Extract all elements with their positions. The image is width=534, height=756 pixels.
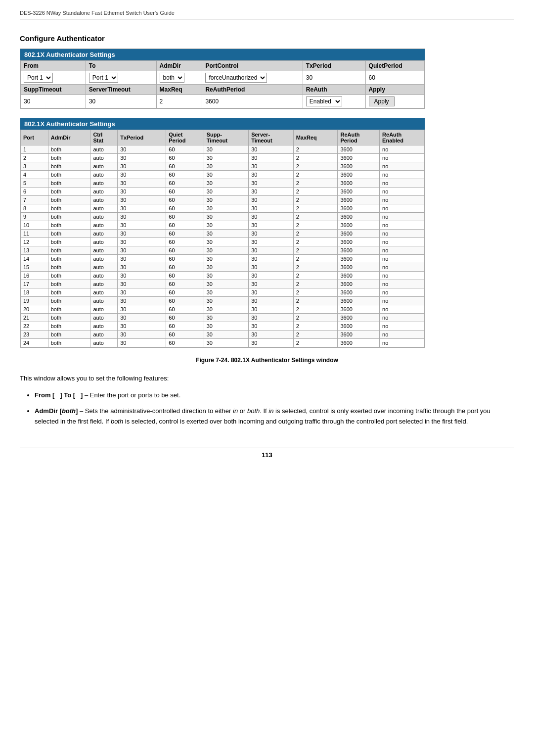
bullet-admdir-label: AdmDir [both] xyxy=(35,407,78,415)
to-cell[interactable]: Port 1 xyxy=(86,71,156,85)
table-cell: 30 xyxy=(249,221,293,230)
panel1-header: 802.1X Authenticator Settings xyxy=(20,49,425,60)
table-cell: 30 xyxy=(118,288,166,297)
table-cell: 2 xyxy=(293,221,338,230)
table-cell: 21 xyxy=(21,314,48,322)
table-cell: 3600 xyxy=(338,145,380,154)
table-row: 10bothauto3060303023600no xyxy=(21,221,425,230)
portcontrol-cell[interactable]: forceUnauthorized auto forceAuthorized xyxy=(202,71,303,85)
reauth-cell[interactable]: Enabled Disabled xyxy=(303,95,365,108)
panel2-header: 802.1X Authenticator Settings xyxy=(20,118,425,130)
col-from: From xyxy=(21,61,86,71)
table-cell: 24 xyxy=(21,339,48,347)
table-cell: no xyxy=(380,230,425,238)
table-cell: 2 xyxy=(293,272,338,280)
th-server: Server-Timeout xyxy=(249,130,293,145)
table-cell: 60 xyxy=(166,263,204,272)
table-cell: 30 xyxy=(249,331,293,339)
table-cell: auto xyxy=(90,272,118,280)
table-cell: 3600 xyxy=(338,221,380,230)
table-cell: 30 xyxy=(249,297,293,305)
admdir-select[interactable]: both in xyxy=(160,73,184,83)
table-cell: 30 xyxy=(118,305,166,314)
col-supptimeout: SuppTimeout xyxy=(21,85,86,95)
from-cell[interactable]: Port 1 xyxy=(21,71,86,85)
table-row: 20bothauto3060303023600no xyxy=(21,305,425,314)
table-cell: 3600 xyxy=(338,297,380,305)
table-cell: auto xyxy=(90,297,118,305)
page-header: DES-3226 NWay Standalone Fast Ethernet S… xyxy=(20,10,514,19)
table-cell: 2 xyxy=(293,246,338,255)
table-cell: 30 xyxy=(249,204,293,213)
table-cell: 22 xyxy=(21,322,48,331)
reauthperiod-val: 3600 xyxy=(202,95,303,108)
table-cell: 3600 xyxy=(338,204,380,213)
table-cell: 30 xyxy=(204,314,248,322)
table-cell: both xyxy=(48,213,90,221)
table-cell: 3600 xyxy=(338,314,380,322)
table-row: 21bothauto3060303023600no xyxy=(21,314,425,322)
table-cell: both xyxy=(48,188,90,196)
table-cell: 2 xyxy=(293,196,338,204)
to-select[interactable]: Port 1 xyxy=(89,73,118,83)
table-cell: 30 xyxy=(249,162,293,171)
table-cell: auto xyxy=(90,238,118,246)
table-cell: 3600 xyxy=(338,305,380,314)
table-cell: 2 xyxy=(293,204,338,213)
table-cell: both xyxy=(48,162,90,171)
table-cell: 17 xyxy=(21,280,48,288)
from-select[interactable]: Port 1 xyxy=(24,73,53,83)
description-text: This window allows you to set the follow… xyxy=(20,374,514,383)
table-cell: 30 xyxy=(118,280,166,288)
table-row: 23bothauto3060303023600no xyxy=(21,331,425,339)
col-servertimeout: ServerTimeout xyxy=(86,85,156,95)
table-cell: 3600 xyxy=(338,162,380,171)
table-cell: 6 xyxy=(21,188,48,196)
apply-cell[interactable]: Apply xyxy=(365,95,424,108)
table-cell: 30 xyxy=(204,196,248,204)
portcontrol-select[interactable]: forceUnauthorized auto forceAuthorized xyxy=(205,73,267,83)
table-row: 24bothauto3060303023600no xyxy=(21,339,425,347)
bullet-from-to-text: – Enter the port or ports to be set. xyxy=(85,391,180,399)
table-cell: no xyxy=(380,221,425,230)
table-row: 7bothauto3060303023600no xyxy=(21,196,425,204)
table-cell: auto xyxy=(90,288,118,297)
table-cell: 3600 xyxy=(338,154,380,162)
table-cell: 4 xyxy=(21,171,48,179)
table-cell: auto xyxy=(90,204,118,213)
table-cell: 30 xyxy=(204,305,248,314)
apply-button[interactable]: Apply xyxy=(369,96,395,106)
table-row: 17bothauto3060303023600no xyxy=(21,280,425,288)
table-cell: 30 xyxy=(249,238,293,246)
table-cell: 60 xyxy=(166,322,204,331)
table-cell: 3 xyxy=(21,162,48,171)
table-cell: 30 xyxy=(204,162,248,171)
table-cell: 30 xyxy=(118,213,166,221)
admdir-cell[interactable]: both in xyxy=(156,71,202,85)
table-cell: 30 xyxy=(204,255,248,263)
table-cell: 2 xyxy=(293,188,338,196)
table-cell: no xyxy=(380,288,425,297)
table-cell: 30 xyxy=(118,145,166,154)
table-cell: 60 xyxy=(166,213,204,221)
panel1-body: From To AdmDir PortControl TxPeriod Quie… xyxy=(20,60,425,108)
table-cell: 30 xyxy=(249,339,293,347)
quietperiod-cell: 60 xyxy=(365,71,424,85)
table-cell: 30 xyxy=(249,263,293,272)
table-row: 9bothauto3060303023600no xyxy=(21,213,425,221)
table-cell: 16 xyxy=(21,272,48,280)
table-cell: 10 xyxy=(21,221,48,230)
panel2: 802.1X Authenticator Settings Port AdmDi… xyxy=(20,118,425,348)
table-cell: 30 xyxy=(204,238,248,246)
table-cell: 60 xyxy=(166,339,204,347)
table-cell: both xyxy=(48,280,90,288)
table-cell: 30 xyxy=(249,314,293,322)
table-cell: no xyxy=(380,331,425,339)
table-cell: auto xyxy=(90,179,118,188)
table-cell: 2 xyxy=(293,297,338,305)
table-cell: 2 xyxy=(293,305,338,314)
table-cell: 2 xyxy=(293,322,338,331)
table-cell: 30 xyxy=(118,246,166,255)
table-cell: no xyxy=(380,162,425,171)
reauth-select[interactable]: Enabled Disabled xyxy=(306,96,342,106)
